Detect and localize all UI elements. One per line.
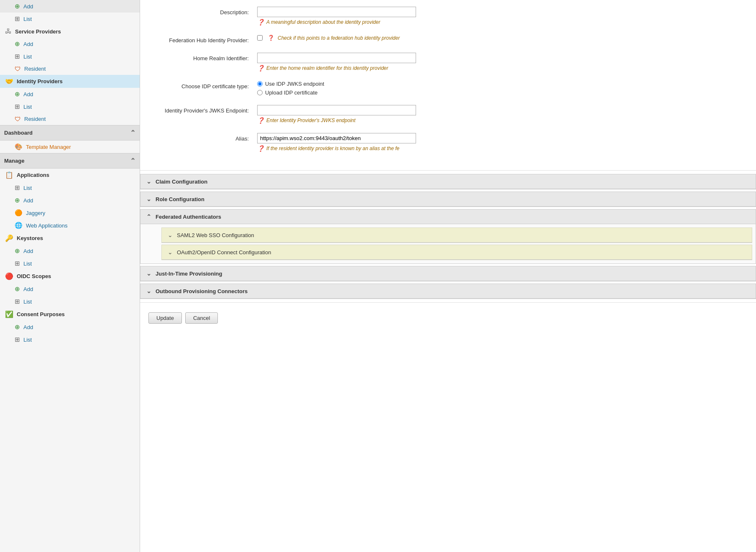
accordion-federated-authenticators: ⌃ Federated Authenticators ⌄ SAML2 Web S… [140,209,756,264]
list-icon: ⊞ [15,15,20,23]
sidebar-item-idp-resident[interactable]: 🛡 Resident [0,113,140,125]
add-icon: ⊕ [15,247,20,255]
jaggery-icon: 🟠 [15,209,23,217]
add-icon: ⊕ [15,90,20,98]
home-realm-label: Home Realm Identifier: [148,53,257,61]
resident-icon: 🛡 [15,65,21,72]
role-configuration-header[interactable]: ⌄ Role Configuration [140,192,756,207]
sidebar-item-sp-add2[interactable]: ⊕ Add [0,38,140,50]
jwks-endpoint-label: Identity Provider's JWKS Endpoint: [148,105,257,114]
list-icon: ⊞ [15,103,20,110]
list-icon: ⊞ [15,260,20,267]
accordion-collapse-icon: ⌄ [146,270,151,277]
form-row-federation-hub: Federation Hub Identity Provider: ❓ Chec… [148,32,748,46]
accordion-outbound-provisioning: ⌄ Outbound Provisioning Connectors [140,284,756,299]
sidebar-item-jaggery[interactable]: 🟠 Jaggery [0,207,140,219]
sidebar-item-keystores-list[interactable]: ⊞ List [0,257,140,270]
list-icon: ⊞ [15,53,20,60]
hint-icon: ❓ [257,19,264,26]
collapse-icon-manage[interactable]: ⌃ [130,157,135,165]
sidebar-item-sp-add[interactable]: ⊕ Add [0,0,140,13]
list-icon: ⊞ [15,298,20,305]
collapse-icon[interactable]: ⌃ [130,129,135,137]
accordion-collapse-icon: ⌄ [146,178,151,185]
accordion-oauth2-openid: ⌄ OAuth2/OpenID Connect Configuration [161,245,752,260]
sidebar-item-oidc-add[interactable]: ⊕ Add [0,283,140,295]
identity-providers-icon: 🤝 [5,77,13,85]
sidebar-item-apps-list[interactable]: ⊞ List [0,181,140,194]
accordion-role-configuration: ⌄ Role Configuration [140,192,756,207]
sidebar-group-consent-purposes: ✅ Consent Purposes [0,308,140,321]
template-manager-icon: 🎨 [15,143,23,151]
federated-authenticators-header[interactable]: ⌃ Federated Authenticators [140,210,756,224]
alias-input[interactable] [257,133,416,143]
list-icon: ⊞ [15,336,20,343]
add-icon: ⊕ [15,3,20,10]
federated-authenticators-content: ⌄ SAML2 Web SSO Configuration ⌄ OAuth2/O… [140,224,756,263]
list-icon: ⊞ [15,184,20,192]
accordion-collapse-icon: ⌄ [146,288,151,294]
sidebar-item-template-manager[interactable]: 🎨 Template Manager [0,141,140,153]
hint-icon: ❓ [268,35,274,41]
hint-icon: ❓ [257,117,264,124]
add-icon: ⊕ [15,40,20,48]
sidebar-item-oidc-list[interactable]: ⊞ List [0,295,140,308]
add-icon: ⊕ [15,197,20,204]
form-row-alias: Alias: ❓ If the resident identity provid… [148,130,748,154]
sidebar-item-consent-list[interactable]: ⊞ List [0,333,140,346]
form-row-home-realm: Home Realm Identifier: ❓ Enter the home … [148,50,748,74]
sidebar-item-sp-list[interactable]: ⊞ List [0,13,140,25]
sidebar: ⊕ Add ⊞ List 🖧 Service Providers ⊕ Add ⊞… [0,0,140,552]
description-label: Description: [148,7,257,15]
sidebar-item-sp-resident[interactable]: 🛡 Resident [0,63,140,75]
sidebar-item-consent-add[interactable]: ⊕ Add [0,321,140,333]
outbound-provisioning-header[interactable]: ⌄ Outbound Provisioning Connectors [140,284,756,299]
cancel-button[interactable]: Cancel [185,312,218,324]
sidebar-item-idp-add[interactable]: ⊕ Add [0,88,140,100]
form-row-jwks-endpoint: Identity Provider's JWKS Endpoint: ❓ Ent… [148,102,748,126]
form-row-description: Description: ❓ A meaningful description … [148,4,748,28]
sidebar-item-web-applications[interactable]: 🌐 Web Applications [0,219,140,232]
alias-label: Alias: [148,133,257,142]
oauth2-openid-header[interactable]: ⌄ OAuth2/OpenID Connect Configuration [162,245,752,260]
accordion-saml2-web-sso: ⌄ SAML2 Web SSO Configuration [161,227,752,243]
web-applications-icon: 🌐 [15,222,23,229]
sidebar-item-keystores-add[interactable]: ⊕ Add [0,245,140,257]
form-row-idp-cert-type: Choose IDP certificate type: Use IDP JWK… [148,78,748,98]
add-icon: ⊕ [15,285,20,293]
update-button[interactable]: Update [148,312,182,324]
resident-icon: 🛡 [15,115,21,123]
oidc-scopes-icon: 🔴 [5,272,13,280]
accordion-collapse-icon: ⌄ [146,196,151,202]
sidebar-item-apps-add[interactable]: ⊕ Add [0,194,140,207]
idp-cert-type-label: Choose IDP certificate type: [148,81,257,89]
saml2-web-sso-header[interactable]: ⌄ SAML2 Web SSO Configuration [162,228,752,243]
applications-icon: 📋 [5,171,13,179]
sidebar-section-dashboard: Dashboard ⌃ [0,125,140,141]
add-icon: ⊕ [15,323,20,331]
sidebar-item-sp-list2[interactable]: ⊞ List [0,50,140,63]
sidebar-item-idp-list[interactable]: ⊞ List [0,100,140,113]
claim-configuration-header[interactable]: ⌄ Claim Configuration [140,174,756,189]
just-in-time-header[interactable]: ⌄ Just-In-Time Provisioning [140,266,756,281]
main-content: Description: ❓ A meaningful description … [140,0,756,552]
accordion-claim-configuration: ⌄ Claim Configuration [140,174,756,189]
jwks-endpoint-input[interactable] [257,105,416,115]
idp-cert-type-jwks-radio[interactable] [257,81,263,87]
idp-cert-type-upload-radio[interactable] [257,90,263,95]
sidebar-group-applications: 📋 Applications [0,169,140,181]
accordion-collapse-icon: ⌄ [168,249,173,256]
accordion-collapse-icon: ⌄ [168,232,173,238]
sidebar-group-keystores: 🔑 Keystores [0,232,140,245]
form-button-row: Update Cancel [140,306,756,330]
federation-hub-label: Federation Hub Identity Provider: [148,35,257,43]
home-realm-input[interactable] [257,53,416,63]
service-providers-icon: 🖧 [5,28,12,35]
sidebar-group-oidc-scopes: 🔴 OIDC Scopes [0,270,140,283]
sidebar-group-identity-providers: 🤝 Identity Providers [0,75,140,88]
description-input[interactable] [257,7,416,17]
consent-purposes-icon: ✅ [5,310,13,318]
federation-hub-checkbox[interactable] [257,35,263,41]
sidebar-group-service-providers: 🖧 Service Providers [0,25,140,38]
accordion-just-in-time: ⌄ Just-In-Time Provisioning [140,266,756,281]
